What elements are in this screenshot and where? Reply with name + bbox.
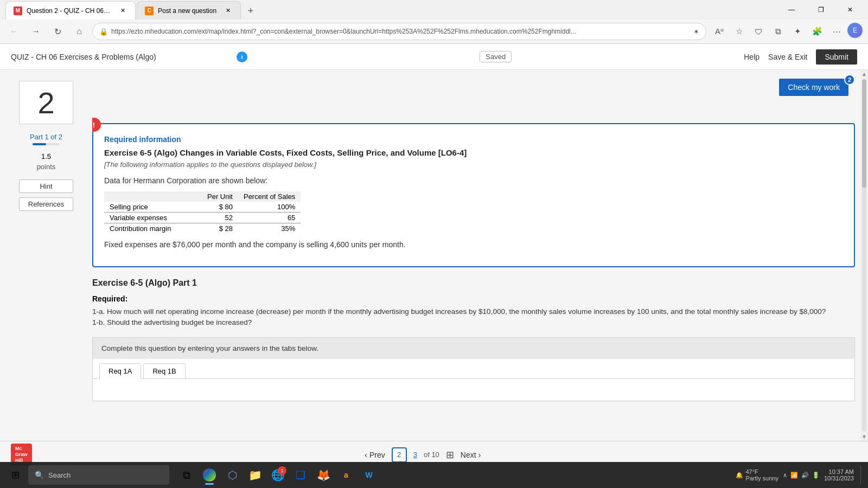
table-cell-label-2: Contribution margin xyxy=(104,223,202,234)
taskbar-app-amazon[interactable]: a xyxy=(335,464,357,486)
scroll-track[interactable] xyxy=(862,79,866,432)
forward-button[interactable]: → xyxy=(27,23,44,40)
required-questions: Required: 1-a. How much will net operati… xyxy=(92,294,855,329)
arrow-up-icon: ∧ xyxy=(783,472,787,479)
read-aloud-button[interactable]: Aᵅ xyxy=(711,23,728,40)
notification-bell: 🔔 xyxy=(736,472,743,479)
check-work-wrapper: Check my work 2 xyxy=(779,79,855,96)
scrollbar[interactable]: ▲ ▼ xyxy=(860,70,868,441)
close-button[interactable]: ✕ xyxy=(838,2,863,18)
save-exit-button[interactable]: Save & Exit xyxy=(768,53,807,61)
req-1a-text: 1-a. How much will net operating income … xyxy=(92,306,855,317)
tab-label-2: Post a new question xyxy=(158,7,216,15)
taskbar-app-edge[interactable]: 🌐 1 xyxy=(267,464,289,486)
references-button[interactable]: References xyxy=(19,197,73,211)
table-cell-unit-0: $ 80 xyxy=(202,202,238,213)
quiz-title: QUIZ - CH 06 Exercises & Problems (Algo) xyxy=(11,53,230,61)
dropbox-icon: ❑ xyxy=(296,468,305,481)
info-icon[interactable]: i xyxy=(237,52,247,62)
edge-notification-badge: 1 xyxy=(278,466,286,475)
points-number: 1.5 xyxy=(41,152,51,160)
scroll-down-arrow[interactable]: ▼ xyxy=(861,434,867,440)
part-label: Part 1 of 2 xyxy=(30,133,62,141)
task-view-button[interactable]: ⧉ xyxy=(176,464,197,486)
tab-close-1[interactable]: ✕ xyxy=(118,6,127,16)
firefox-icon: 🦊 xyxy=(317,468,330,481)
new-tab-button[interactable]: + xyxy=(242,2,259,20)
table-cell-pct-2: 35% xyxy=(238,223,301,234)
taskbar-app-browser[interactable] xyxy=(199,464,220,486)
help-link[interactable]: Help xyxy=(744,53,760,61)
windows-icon: ⊞ xyxy=(11,469,20,481)
word-icon: W xyxy=(365,471,372,479)
tab-groups-button[interactable]: ⧉ xyxy=(769,23,787,40)
profile-icon[interactable]: E xyxy=(847,23,863,38)
next-label: Next xyxy=(461,451,476,459)
reload-button[interactable]: ↻ xyxy=(49,23,66,40)
current-page-input[interactable] xyxy=(392,447,407,463)
tab-active[interactable]: M Question 2 - QUIZ - CH 06 Exerc... ✕ xyxy=(5,1,136,20)
next-arrow: › xyxy=(478,451,481,459)
content-area: Check my work 2 ! Required information E… xyxy=(92,70,868,441)
scroll-thumb[interactable] xyxy=(862,79,866,188)
hint-button[interactable]: Hint xyxy=(19,179,73,193)
minimize-button[interactable]: — xyxy=(779,2,804,18)
check-my-work-button[interactable]: Check my work xyxy=(779,79,848,96)
windows-taskbar: ⊞ 🔍 Search ⧉ ⬡ 📁 🌐 1 ❑ 🦊 a W xyxy=(0,462,868,488)
home-button[interactable]: ⌂ xyxy=(71,23,88,40)
next-button[interactable]: Next › xyxy=(461,451,481,459)
taskbar-right: 🔔 1 47°F Partly sunny ∧ 📶 🔊 🔋 10:37 AM 1… xyxy=(736,465,864,485)
battery-icon: 🔋 xyxy=(812,472,820,479)
weather-info: 1 47°F Partly sunny xyxy=(745,468,778,481)
address-bar[interactable]: 🔒 https://ezto.mheducation.com/ext/map/i… xyxy=(92,23,706,40)
taskbar-search-box[interactable]: 🔍 Search xyxy=(28,465,169,485)
check-work-area: Check my work 2 xyxy=(92,79,855,96)
show-desktop-button[interactable] xyxy=(860,465,864,485)
grid-view-button[interactable]: ⊞ xyxy=(446,449,454,461)
table-row: Selling price $ 80 100% xyxy=(104,202,301,213)
scroll-up-arrow[interactable]: ▲ xyxy=(861,71,867,77)
table-col-per-unit: Per Unit xyxy=(202,191,238,202)
tab-req-1b[interactable]: Req 1B xyxy=(143,363,185,378)
points-label: points xyxy=(37,163,56,171)
answer-tabs: Req 1A Req 1B xyxy=(93,359,854,379)
start-button[interactable]: ⊞ xyxy=(4,464,26,486)
shield-icon[interactable]: 🛡 xyxy=(750,23,767,40)
search-placeholder: Search xyxy=(48,471,71,479)
tab-inactive[interactable]: C Post a new question ✕ xyxy=(137,1,241,20)
maximize-button[interactable]: ❐ xyxy=(808,2,833,18)
tab-close-2[interactable]: ✕ xyxy=(223,6,233,16)
table-cell-pct-0: 100% xyxy=(238,202,301,213)
prev-button[interactable]: ‹ Prev xyxy=(365,451,385,459)
tab-content-area xyxy=(93,379,854,401)
exercise-title: Exercise 6-5 (Algo) Changes in Variable … xyxy=(104,148,843,157)
task-view-icon: ⧉ xyxy=(183,469,190,481)
taskbar-app-files[interactable]: 📁 xyxy=(244,464,266,486)
network-icon: 📶 xyxy=(790,472,798,479)
more-options-button[interactable]: ⋯ xyxy=(828,23,845,40)
collections-button[interactable]: ✦ xyxy=(789,23,806,40)
taskbar-app-firefox[interactable]: 🦊 xyxy=(312,464,334,486)
submit-button[interactable]: Submit xyxy=(816,49,857,65)
required-label: Required: xyxy=(92,294,855,303)
sidebar: 2 Part 1 of 2 1.5 points Hint References xyxy=(0,70,92,441)
table-col-percent: Percent of Sales xyxy=(238,191,301,202)
toolbar-icons: Aᵅ ☆ 🛡 ⧉ ✦ 🧩 ⋯ E xyxy=(711,23,863,40)
extensions-button[interactable]: 🧩 xyxy=(808,23,826,40)
weather-widget[interactable]: 🔔 1 47°F Partly sunny xyxy=(736,468,778,481)
tab-req-1a[interactable]: Req 1A xyxy=(99,363,141,379)
table-col-empty xyxy=(104,191,202,202)
back-button[interactable]: ← xyxy=(5,23,23,40)
data-text: Data for Hermann Corporation are shown b… xyxy=(104,176,843,185)
taskbar-app-discord[interactable]: ⬡ xyxy=(221,464,243,486)
linked-page: 3 xyxy=(413,451,417,459)
req-1b-text: 1-b. Should the advertising budget be in… xyxy=(92,317,855,328)
discord-icon: ⬡ xyxy=(228,468,237,481)
favorites-button[interactable]: ☆ xyxy=(730,23,748,40)
table-cell-unit-1: 52 xyxy=(202,213,238,223)
taskbar-clock[interactable]: 10:37 AM 10/31/2023 xyxy=(824,468,854,481)
table-cell-pct-1: 65 xyxy=(238,213,301,223)
part-bar-fill xyxy=(33,143,46,145)
taskbar-app-dropbox[interactable]: ❑ xyxy=(290,464,311,486)
taskbar-app-word[interactable]: W xyxy=(358,464,380,486)
